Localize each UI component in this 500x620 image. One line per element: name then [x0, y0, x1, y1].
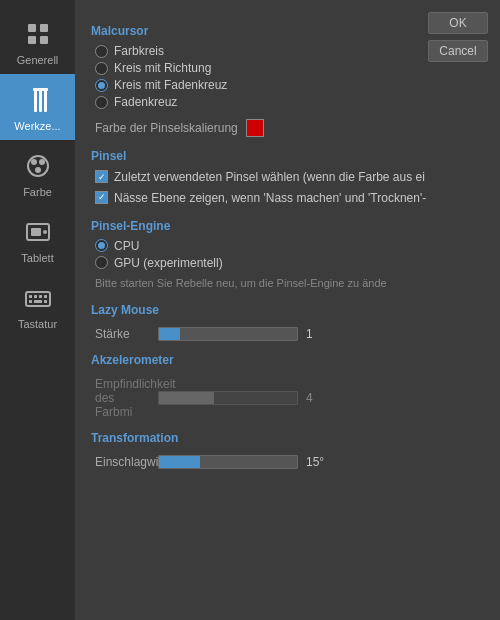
akzelerometer-slider-row: Empfindlichkeit des Farbmi 4 [91, 377, 484, 419]
svg-rect-18 [39, 295, 42, 298]
tastatur-icon [22, 282, 54, 314]
radio-farbkreis[interactable]: Farbkreis [95, 44, 484, 58]
lazy-mouse-slider-row: Stärke 1 [91, 327, 484, 341]
svg-rect-22 [44, 300, 47, 303]
radio-label-kreis-fadenkreuz: Kreis mit Fadenkreuz [114, 78, 227, 92]
radio-label-gpu: GPU (experimentell) [114, 256, 223, 270]
svg-rect-17 [34, 295, 37, 298]
color-row: Farbe der Pinselskalierung [91, 119, 484, 137]
sidebar-label-tastatur: Tastatur [18, 318, 57, 330]
radio-cpu[interactable]: CPU [95, 239, 484, 253]
checkbox-box-zuletzt [95, 170, 108, 183]
radio-circle-kreis-richtung [95, 62, 108, 75]
sidebar-label-generell: Generell [17, 54, 59, 66]
akzelerometer-header: Akzelerometer [91, 353, 484, 367]
ok-button[interactable]: OK [428, 12, 488, 34]
akzelerometer-slider-track[interactable] [158, 391, 298, 405]
sidebar-label-werkzeuge: Werkze... [14, 120, 60, 132]
transformation-slider-track[interactable] [158, 455, 298, 469]
akzelerometer-slider-label: Empfindlichkeit des Farbmi [95, 377, 150, 419]
main-content: OK Cancel Malcursor Farbkreis Kreis mit … [75, 0, 500, 620]
werkzeuge-icon [22, 84, 54, 116]
radio-label-fadenkreuz: Fadenkreuz [114, 95, 177, 109]
sidebar-item-tastatur[interactable]: Tastatur [0, 272, 75, 338]
malcursor-header: Malcursor [91, 24, 484, 38]
svg-rect-16 [29, 295, 32, 298]
checkbox-box-naesse [95, 191, 108, 204]
color-swatch[interactable] [246, 119, 264, 137]
radio-circle-cpu [95, 239, 108, 252]
engine-radio-group: CPU GPU (experimentell) [91, 239, 484, 270]
radio-label-cpu: CPU [114, 239, 139, 253]
lazy-mouse-header: Lazy Mouse [91, 303, 484, 317]
pinsel-header: Pinsel [91, 149, 484, 163]
svg-rect-1 [40, 24, 48, 32]
transformation-header: Transformation [91, 431, 484, 445]
farbe-icon [22, 150, 54, 182]
radio-gpu[interactable]: GPU (experimentell) [95, 256, 484, 270]
dialog: Generell Werkze... [0, 0, 500, 620]
svg-point-14 [43, 230, 47, 234]
svg-rect-0 [28, 24, 36, 32]
svg-rect-2 [28, 36, 36, 44]
svg-rect-20 [29, 300, 32, 303]
engine-note: Bitte starten Sie Rebelle neu, um die Pi… [91, 276, 484, 291]
svg-rect-7 [33, 88, 48, 91]
transformation-slider-fill [159, 456, 200, 468]
checkbox-zuletzt[interactable]: Zuletzt verwendeten Pinsel wählen (wenn … [95, 169, 484, 186]
radio-kreis-fadenkreuz[interactable]: Kreis mit Fadenkreuz [95, 78, 484, 92]
checkbox-naesse[interactable]: Nässe Ebene zeigen, wenn 'Nass machen' u… [95, 190, 484, 207]
akzelerometer-slider-value: 4 [306, 391, 336, 405]
checkbox-label-zuletzt: Zuletzt verwendeten Pinsel wählen (wenn … [114, 169, 425, 186]
generell-icon [22, 18, 54, 50]
top-buttons: OK Cancel [428, 12, 488, 62]
radio-label-kreis-richtung: Kreis mit Richtung [114, 61, 211, 75]
transformation-slider-value: 15° [306, 455, 336, 469]
lazy-mouse-slider-label: Stärke [95, 327, 150, 341]
lazy-mouse-slider-track[interactable] [158, 327, 298, 341]
akzelerometer-slider-fill [159, 392, 214, 404]
pinsel-checkbox-group: Zuletzt verwendeten Pinsel wählen (wenn … [91, 169, 484, 207]
transformation-slider-label: Einschlagwinkel [95, 455, 150, 469]
svg-point-9 [31, 159, 37, 165]
radio-fadenkreuz[interactable]: Fadenkreuz [95, 95, 484, 109]
svg-point-11 [35, 167, 41, 173]
radio-circle-gpu [95, 256, 108, 269]
radio-circle-kreis-fadenkreuz [95, 79, 108, 92]
svg-rect-19 [44, 295, 47, 298]
svg-rect-15 [26, 292, 50, 306]
lazy-mouse-slider-fill [159, 328, 180, 340]
lazy-mouse-slider-value: 1 [306, 327, 336, 341]
sidebar-item-generell[interactable]: Generell [0, 8, 75, 74]
color-label: Farbe der Pinselskalierung [95, 121, 238, 135]
sidebar-item-farbe[interactable]: Farbe [0, 140, 75, 206]
radio-kreis-richtung[interactable]: Kreis mit Richtung [95, 61, 484, 75]
sidebar-label-farbe: Farbe [23, 186, 52, 198]
svg-rect-3 [40, 36, 48, 44]
svg-rect-4 [34, 88, 37, 112]
malcursor-radio-group: Farbkreis Kreis mit Richtung Kreis mit F… [91, 44, 484, 109]
svg-rect-21 [34, 300, 42, 303]
radio-circle-farbkreis [95, 45, 108, 58]
sidebar: Generell Werkze... [0, 0, 75, 620]
tablett-icon [22, 216, 54, 248]
svg-point-10 [39, 159, 45, 165]
checkbox-label-naesse: Nässe Ebene zeigen, wenn 'Nass machen' u… [114, 190, 426, 207]
svg-rect-13 [31, 228, 41, 236]
pinsel-engine-header: Pinsel-Engine [91, 219, 484, 233]
svg-rect-5 [39, 88, 42, 112]
sidebar-item-werkzeuge[interactable]: Werkze... [0, 74, 75, 140]
transformation-slider-row: Einschlagwinkel 15° [91, 455, 484, 469]
cancel-button[interactable]: Cancel [428, 40, 488, 62]
sidebar-label-tablett: Tablett [21, 252, 53, 264]
sidebar-item-tablett[interactable]: Tablett [0, 206, 75, 272]
radio-circle-fadenkreuz [95, 96, 108, 109]
radio-label-farbkreis: Farbkreis [114, 44, 164, 58]
svg-rect-6 [44, 88, 47, 112]
